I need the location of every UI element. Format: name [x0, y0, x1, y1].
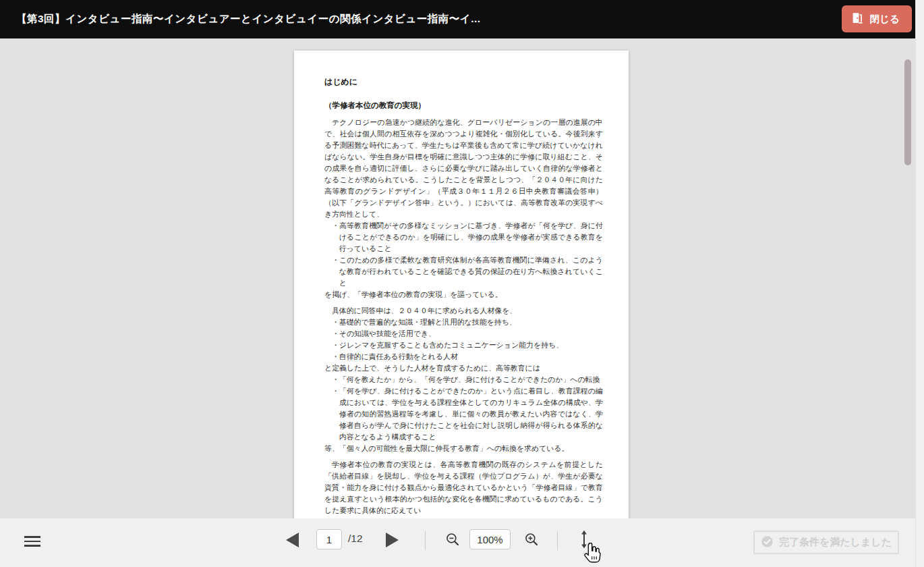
doc-paragraph: 学修者本位の教育の実現とは、各高等教育機関の既存のシステムを前提とした「供給者目…	[324, 459, 603, 516]
doc-bullet: ・基礎的で普遍的な知識・理解と汎用的な技能を持ち、	[324, 317, 603, 328]
doc-bullet: ・このための多様で柔軟な教育研究体制が各高等教育機関に準備され、このような教育が…	[324, 254, 603, 289]
close-button[interactable]: 閉じる	[842, 5, 912, 32]
doc-heading: はじめに	[324, 76, 603, 88]
zoom-in-magnifier-icon[interactable]	[524, 532, 540, 547]
doc-subheading: （学修者本位の教育の実現）	[324, 100, 603, 111]
doc-paragraph: テクノロジーの急速かつ継続的な進化、グローバリゼーションの一層の進展の中で、社会…	[324, 117, 603, 220]
window-scrollbar-track[interactable]	[915, 0, 924, 567]
document-scrollbar-thumb[interactable]	[904, 59, 911, 165]
pdf-page: はじめに （学修者本位の教育の実現） テクノロジーの急速かつ継続的な進化、グロー…	[294, 51, 629, 518]
doc-bullet: ・自律的に責任ある行動をとれる人材	[324, 351, 603, 362]
doc-bullet: ・その知識や技能を活用でき、	[324, 328, 603, 340]
header-bar: 【第3回】インタビュー指南〜インタビュアーとインタビュイーの関係インタビュー指南…	[0, 0, 915, 38]
doc-bullet: ・「何を教えたか」から、「何を学び、身に付けることができたのか」への転換	[324, 374, 603, 385]
doc-line: 等、「個々人の可能性を最大限に伸長する教育」への転換を求めている。	[324, 443, 603, 454]
document-scroll-area: はじめに （学修者本位の教育の実現） テクノロジーの急速かつ継続的な進化、グロー…	[0, 38, 915, 518]
page-total-label: /12	[348, 533, 363, 545]
viewer-toolbar: /12	[0, 518, 915, 567]
fit-height-arrows-icon[interactable]	[579, 530, 589, 549]
toolbar-divider	[425, 531, 426, 550]
doc-line: と定義した上で、そうした人材を育成するために、高等教育には	[324, 362, 603, 374]
document-viewer-app: { "header": { "title": "【第3回】インタビュー指南〜イン…	[0, 0, 924, 567]
doc-bullet: ・高等教育機関がその多様なミッションに基づき、学修者が「何を学び、身に付けること…	[324, 220, 603, 254]
check-circle-icon	[761, 535, 774, 550]
next-page-arrow-icon[interactable]	[386, 533, 399, 547]
hamburger-menu-icon[interactable]	[24, 536, 40, 547]
close-button-label: 閉じる	[870, 13, 900, 26]
door-exit-icon	[851, 11, 864, 26]
completion-status-button[interactable]: 完了条件を満たしました	[753, 531, 899, 554]
page-number-input[interactable]	[316, 529, 342, 549]
completion-status-label: 完了条件を満たしました	[779, 536, 892, 549]
zoom-out-magnifier-icon[interactable]	[445, 532, 461, 547]
toolbar-divider	[557, 531, 558, 550]
doc-bullet: ・ジレンマを克服することも含めたコミュニケーション能力を持ち、	[324, 340, 603, 351]
previous-page-arrow-icon[interactable]	[286, 533, 299, 547]
lesson-title: 【第3回】インタビュー指南〜インタビュアーとインタビュイーの関係インタビュー指南…	[16, 12, 481, 26]
doc-bullet: ・「何を学び、身に付けることができたのか」という点に着目し、教育課程の編成におい…	[324, 385, 603, 443]
doc-line: を掲げ、「学修者本位の教育の実現」を謳っている。	[324, 289, 603, 300]
zoom-level-input[interactable]	[469, 529, 511, 549]
doc-paragraph: 具体的に同答申は、２０４０年に求められる人材像を、	[324, 305, 603, 317]
